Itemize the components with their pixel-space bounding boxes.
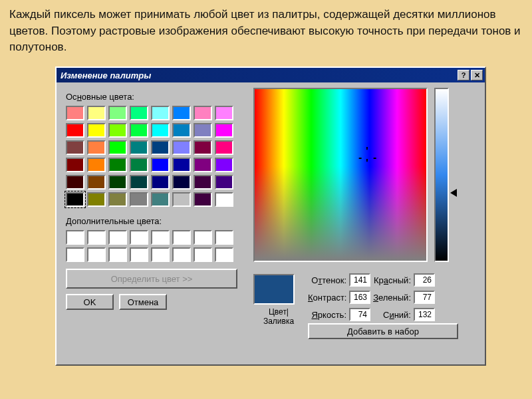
crosshair-icon: ' bbox=[366, 158, 368, 169]
red-label: Красный: bbox=[373, 275, 414, 285]
basic-color-swatch[interactable] bbox=[130, 158, 148, 172]
color-value-fields: Оттенок: 141 Красный: 26 Контраст: 163 З… bbox=[308, 273, 435, 325]
hue-label: Оттенок: bbox=[308, 275, 349, 285]
basic-color-swatch[interactable] bbox=[108, 192, 127, 207]
basic-color-swatch[interactable] bbox=[215, 106, 233, 120]
custom-color-slot[interactable] bbox=[151, 230, 170, 245]
basic-color-swatch[interactable] bbox=[130, 175, 148, 190]
basic-color-swatch[interactable] bbox=[194, 140, 212, 155]
color-picker-area: ' ' - - bbox=[253, 88, 428, 262]
basic-color-swatch[interactable] bbox=[151, 192, 170, 207]
luminosity-arrow-icon bbox=[450, 189, 457, 197]
basic-color-swatch[interactable] bbox=[194, 192, 212, 207]
crosshair-icon: ' bbox=[366, 146, 368, 157]
close-button[interactable]: ✕ bbox=[471, 70, 483, 80]
custom-color-slot[interactable] bbox=[215, 230, 233, 245]
basic-color-swatch[interactable] bbox=[151, 175, 170, 190]
cancel-button[interactable]: Отмена bbox=[119, 294, 167, 310]
basic-color-swatch[interactable] bbox=[151, 106, 170, 120]
help-button[interactable]: ? bbox=[458, 70, 469, 80]
basic-color-swatch[interactable] bbox=[215, 123, 233, 138]
titlebar: Изменение палитры ? ✕ bbox=[57, 68, 485, 82]
basic-color-swatch[interactable] bbox=[172, 106, 191, 120]
crosshair-icon: - bbox=[373, 152, 376, 163]
custom-color-slot[interactable] bbox=[194, 247, 212, 262]
basic-color-swatch[interactable] bbox=[194, 106, 212, 120]
basic-color-swatch[interactable] bbox=[66, 123, 84, 138]
basic-color-swatch[interactable] bbox=[108, 158, 127, 172]
basic-color-swatch[interactable] bbox=[87, 175, 106, 190]
custom-color-slot[interactable] bbox=[87, 247, 106, 262]
custom-color-slot[interactable] bbox=[215, 247, 233, 262]
ok-button[interactable]: OK bbox=[66, 294, 114, 310]
sat-input[interactable]: 163 bbox=[349, 291, 370, 304]
hue-input[interactable]: 141 bbox=[349, 273, 370, 287]
hue-sat-field[interactable]: ' ' - - bbox=[253, 88, 428, 262]
basic-color-swatch[interactable] bbox=[87, 123, 106, 138]
basic-color-swatch[interactable] bbox=[215, 158, 233, 172]
define-color-button: Определить цвет >> bbox=[66, 269, 237, 289]
add-to-custom-button[interactable]: Добавить в набор bbox=[308, 323, 458, 339]
basic-color-swatch[interactable] bbox=[172, 175, 191, 190]
basic-color-swatch[interactable] bbox=[215, 192, 233, 207]
lum-label: Яркость: bbox=[308, 310, 349, 320]
sat-label: Контраст: bbox=[308, 293, 349, 303]
color-preview bbox=[253, 274, 295, 305]
basic-color-swatch[interactable] bbox=[108, 175, 127, 190]
green-input[interactable]: 77 bbox=[414, 291, 435, 304]
basic-color-swatch[interactable] bbox=[172, 123, 191, 138]
custom-color-slot[interactable] bbox=[172, 230, 191, 245]
custom-color-slot[interactable] bbox=[172, 247, 191, 262]
custom-color-slot[interactable] bbox=[151, 247, 170, 262]
green-label: Зеленый: bbox=[373, 293, 414, 303]
luminosity-slider[interactable] bbox=[434, 88, 449, 262]
basic-color-swatch[interactable] bbox=[172, 192, 191, 207]
basic-color-swatch[interactable] bbox=[130, 106, 148, 120]
basic-color-swatch[interactable] bbox=[66, 106, 84, 120]
basic-color-swatch[interactable] bbox=[130, 123, 148, 138]
basic-color-swatch[interactable] bbox=[87, 140, 106, 155]
basic-color-swatch[interactable] bbox=[66, 140, 84, 155]
basic-color-swatch[interactable] bbox=[66, 175, 84, 190]
preview-label: Цвет|Заливка bbox=[253, 307, 304, 326]
custom-color-slot[interactable] bbox=[130, 247, 148, 262]
basic-color-swatch[interactable] bbox=[215, 140, 233, 155]
red-input[interactable]: 26 bbox=[414, 273, 435, 287]
custom-color-slot[interactable] bbox=[108, 247, 127, 262]
basic-color-swatch[interactable] bbox=[151, 123, 170, 138]
basic-color-swatch[interactable] bbox=[151, 140, 170, 155]
basic-color-swatch[interactable] bbox=[87, 106, 106, 120]
blue-input[interactable]: 132 bbox=[414, 308, 435, 321]
help-icon: ? bbox=[462, 71, 466, 79]
basic-color-swatch[interactable] bbox=[66, 192, 84, 207]
basic-color-swatch[interactable] bbox=[130, 140, 148, 155]
basic-color-swatch[interactable] bbox=[108, 106, 127, 120]
basic-color-swatch[interactable] bbox=[172, 158, 191, 172]
custom-color-slot[interactable] bbox=[66, 247, 84, 262]
basic-color-swatch[interactable] bbox=[130, 192, 148, 207]
basic-color-swatch[interactable] bbox=[194, 175, 212, 190]
custom-color-slot[interactable] bbox=[87, 230, 106, 245]
basic-color-swatch[interactable] bbox=[194, 158, 212, 172]
custom-color-slot[interactable] bbox=[194, 230, 212, 245]
color-preview-block: Цвет|Заливка bbox=[253, 274, 304, 326]
lum-input[interactable]: 74 bbox=[349, 308, 370, 321]
custom-color-slot[interactable] bbox=[66, 230, 84, 245]
blue-label: Синий: bbox=[373, 310, 414, 320]
basic-color-swatch[interactable] bbox=[66, 158, 84, 172]
basic-color-swatch[interactable] bbox=[172, 140, 191, 155]
basic-color-swatch[interactable] bbox=[87, 192, 106, 207]
crosshair-icon: - bbox=[358, 152, 362, 163]
custom-color-slot[interactable] bbox=[130, 230, 148, 245]
dialog-title: Изменение палитры bbox=[59, 70, 456, 80]
color-dialog: Изменение палитры ? ✕ Основные цвета: До… bbox=[55, 66, 486, 366]
basic-color-swatch[interactable] bbox=[87, 158, 106, 172]
close-icon: ✕ bbox=[474, 71, 480, 80]
basic-color-swatch[interactable] bbox=[108, 123, 127, 138]
basic-color-swatch[interactable] bbox=[215, 175, 233, 190]
basic-color-swatch[interactable] bbox=[151, 158, 170, 172]
basic-color-swatch[interactable] bbox=[108, 140, 127, 155]
basic-color-swatch[interactable] bbox=[194, 123, 212, 138]
page-caption: Каждый пиксель может принимать любой цве… bbox=[9, 7, 525, 56]
custom-color-slot[interactable] bbox=[108, 230, 127, 245]
